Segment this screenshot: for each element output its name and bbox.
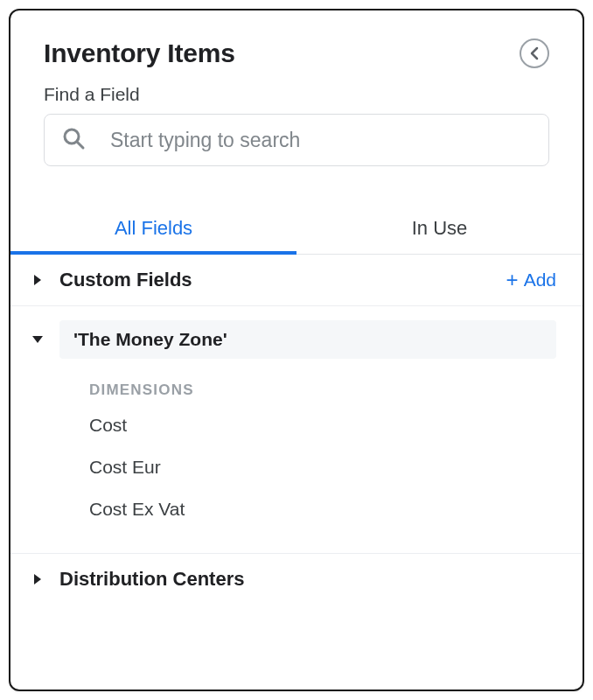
dimension-cost-eur[interactable]: Cost Eur xyxy=(59,446,556,488)
tabs: All Fields In Use xyxy=(10,201,583,255)
group-custom-fields[interactable]: Custom Fields + Add xyxy=(10,255,583,306)
panel-header: Inventory Items xyxy=(10,10,583,84)
group-money-zone[interactable]: 'The Money Zone' xyxy=(10,306,583,362)
group-money-zone-label-wrap: 'The Money Zone' xyxy=(59,320,556,359)
dimension-cost-ex-vat[interactable]: Cost Ex Vat xyxy=(59,488,556,530)
group-label: Distribution Centers xyxy=(59,568,556,591)
search-section: Find a Field xyxy=(10,84,583,177)
search-icon xyxy=(61,126,86,154)
group-money-zone-block: 'The Money Zone' DIMENSIONS Cost Cost Eu… xyxy=(10,306,583,554)
tab-in-use[interactable]: In Use xyxy=(296,201,583,254)
caret-right-icon xyxy=(28,574,47,584)
group-label: 'The Money Zone' xyxy=(59,320,556,359)
add-custom-field-button[interactable]: + Add xyxy=(506,270,556,290)
search-label: Find a Field xyxy=(44,84,549,105)
panel-title: Inventory Items xyxy=(44,38,235,68)
chevron-left-icon xyxy=(528,46,541,60)
group-distribution-centers[interactable]: Distribution Centers xyxy=(10,554,583,605)
field-picker-panel: Inventory Items Find a Field All Fields … xyxy=(9,9,584,691)
caret-down-icon xyxy=(28,336,47,343)
collapse-panel-button[interactable] xyxy=(520,38,549,68)
search-input-wrap xyxy=(44,114,549,166)
dimension-cost[interactable]: Cost xyxy=(59,404,556,446)
dimensions-heading: DIMENSIONS xyxy=(59,371,556,404)
money-zone-contents: DIMENSIONS Cost Cost Eur Cost Ex Vat xyxy=(10,362,583,530)
search-input[interactable] xyxy=(44,114,549,166)
plus-icon: + xyxy=(506,270,519,290)
caret-right-icon xyxy=(28,275,47,285)
add-label: Add xyxy=(524,270,556,290)
svg-line-1 xyxy=(78,143,84,149)
group-label: Custom Fields xyxy=(59,269,506,291)
tab-all-fields[interactable]: All Fields xyxy=(10,201,296,254)
field-list: Custom Fields + Add 'The Money Zone' DIM… xyxy=(10,255,583,690)
